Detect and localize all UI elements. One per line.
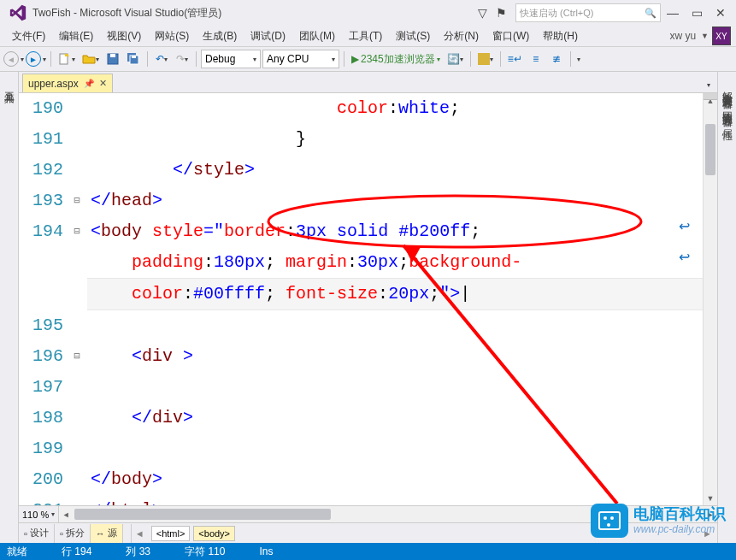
undo-button[interactable]: ↶▾	[152, 50, 171, 68]
menu-tools[interactable]: 工具(T)	[342, 27, 389, 45]
svg-rect-2	[110, 54, 115, 57]
config-value: Debug	[205, 53, 235, 65]
text-newline-button[interactable]: ≡↵	[505, 50, 525, 68]
code-line[interactable]: 199	[19, 433, 703, 464]
code-text[interactable]: }	[87, 124, 703, 155]
vertical-scrollbar[interactable]: ▲ ▼	[703, 93, 717, 505]
scroll-left-icon[interactable]: ◄	[59, 506, 73, 522]
close-button[interactable]: ✕	[709, 3, 733, 22]
tab-upper-aspx[interactable]: upper.aspx 📌 ✕	[22, 74, 113, 92]
code-line[interactable]: 197	[19, 372, 703, 403]
code-text[interactable]	[87, 433, 703, 464]
fold-toggle-icon[interactable]: ⊟	[72, 216, 82, 247]
watermark-url: www.pc-daily.com	[633, 523, 726, 535]
code-line[interactable]: 198 </div>	[19, 403, 703, 433]
browser-link-button[interactable]: 🔄▾	[445, 50, 466, 68]
code-editor[interactable]: 190 color:white;191 }192 </style>193⊟</h…	[19, 92, 717, 505]
menu-file[interactable]: 文件(F)	[5, 27, 52, 45]
nav-forward-dropdown[interactable]: ▾	[43, 56, 46, 63]
feedback-icon[interactable]: ⚑	[496, 6, 507, 20]
split-handle[interactable]	[704, 93, 717, 100]
code-line[interactable]: 195	[19, 310, 703, 341]
menu-help[interactable]: 帮助(H)	[536, 27, 585, 45]
team-explorer-label: 团队资源管理器	[720, 103, 734, 109]
code-text[interactable]: color:white;	[87, 93, 703, 124]
maximize-button[interactable]: ▭	[685, 3, 709, 22]
quick-launch-input[interactable]: 快速启动 (Ctrl+Q) 🔍	[515, 3, 661, 22]
view-split-button[interactable]: ▫ 拆分	[55, 524, 91, 543]
smart-tag-icon[interactable]: ↩	[679, 218, 696, 232]
code-text[interactable]: padding:180px; margin:30px;background-	[87, 247, 703, 278]
tab-close-icon[interactable]: ✕	[99, 78, 107, 89]
view-source-button[interactable]: ↔ 源	[91, 524, 123, 543]
code-line[interactable]: 196⊟ <div >	[19, 341, 703, 372]
new-file-button[interactable]: ▾	[56, 50, 78, 68]
scroll-thumb[interactable]	[705, 124, 715, 175]
menu-analyze[interactable]: 分析(N)	[437, 27, 486, 45]
breadcrumb-left-icon[interactable]: ◄	[132, 528, 148, 539]
fold-toggle-icon[interactable]: ⊟	[72, 341, 82, 372]
view-design-button[interactable]: ▫ 设计	[19, 524, 55, 543]
run-button[interactable]: ▶2345加速浏览器▾	[349, 50, 443, 68]
code-line[interactable]: 193⊟</head>	[19, 186, 703, 216]
zoom-dropdown[interactable]: 110 %▾	[19, 506, 59, 522]
save-all-button[interactable]	[124, 50, 143, 68]
code-line[interactable]: padding:180px; margin:30px;background-	[19, 247, 703, 278]
left-sidebar-toolbox[interactable]: 工具箱	[0, 72, 19, 543]
redo-button[interactable]: ↷▾	[173, 50, 191, 68]
notify-dropdown-icon[interactable]: ▽	[478, 6, 487, 20]
code-text[interactable]: color:#00ffff; font-size:20px;">|	[87, 278, 703, 310]
save-button[interactable]	[103, 50, 122, 68]
search-icon: 🔍	[645, 8, 657, 19]
user-avatar-badge[interactable]: XY	[712, 27, 731, 45]
code-line[interactable]: 192 </style>	[19, 155, 703, 186]
code-line[interactable]: 194⊟<body style="border:3px solid #b200f…	[19, 216, 703, 247]
menu-website[interactable]: 网站(S)	[148, 27, 196, 45]
menu-team[interactable]: 团队(M)	[292, 27, 342, 45]
code-text[interactable]: <body style="border:3px solid #b200ff;	[87, 216, 703, 247]
open-file-button[interactable]: ▾	[79, 50, 102, 68]
code-text[interactable]	[87, 310, 703, 341]
fold-toggle-icon[interactable]: ⊟	[72, 186, 82, 216]
new-item-button[interactable]: ▾	[475, 50, 496, 68]
watermark-title: 电脑百科知识	[633, 506, 726, 523]
menu-debug[interactable]: 调试(D)	[244, 27, 292, 45]
pin-icon[interactable]: 📌	[84, 79, 94, 88]
tab-label: upper.aspx	[28, 78, 79, 90]
menu-build[interactable]: 生成(B)	[196, 27, 244, 45]
code-text[interactable]	[87, 372, 703, 403]
config-dropdown[interactable]: Debug▾	[201, 50, 261, 68]
nav-forward-button[interactable]: ►	[26, 51, 41, 67]
minimize-button[interactable]: —	[661, 3, 685, 22]
comment-button[interactable]: ≡	[527, 50, 545, 68]
nav-back-button[interactable]: ◄	[3, 51, 19, 67]
menu-window[interactable]: 窗口(W)	[486, 27, 536, 45]
code-text[interactable]: </body>	[87, 464, 703, 495]
code-line[interactable]: 200</body>	[19, 464, 703, 495]
hscroll-thumb[interactable]	[74, 509, 331, 520]
code-text[interactable]: </div>	[87, 403, 703, 433]
smart-tag-icon[interactable]: ↩	[679, 249, 696, 262]
uncomment-button[interactable]: ≢	[547, 50, 566, 68]
menu-view[interactable]: 视图(V)	[100, 27, 148, 45]
toolbar-overflow[interactable]: ▾	[577, 56, 580, 63]
code-text[interactable]: </head>	[87, 186, 703, 216]
code-text[interactable]: </style>	[87, 155, 703, 186]
right-sidebar-solution[interactable]: 解决方案资源管理器团队资源管理器属性	[717, 72, 736, 543]
code-text[interactable]: <div >	[87, 341, 703, 372]
breadcrumb-body[interactable]: <body>	[193, 526, 235, 541]
user-dropdown-icon[interactable]: ▼	[701, 32, 712, 40]
menu-test[interactable]: 测试(S)	[389, 27, 437, 45]
platform-dropdown[interactable]: Any CPU▾	[262, 50, 339, 68]
breadcrumb-html[interactable]: <html>	[151, 526, 191, 541]
tab-overflow-dropdown[interactable]: ▾	[700, 78, 717, 92]
code-line[interactable]: 191 }	[19, 124, 703, 155]
view-design-label: 设计	[30, 527, 49, 539]
code-line[interactable]: color:#00ffff; font-size:20px;">|	[19, 278, 703, 310]
code-line[interactable]: 190 color:white;	[19, 93, 703, 124]
menu-edit[interactable]: 编辑(E)	[52, 27, 100, 45]
user-name-label[interactable]: xw yu	[664, 30, 701, 42]
run-label: 2345加速浏览器	[361, 52, 435, 67]
nav-back-dropdown[interactable]: ▾	[21, 56, 24, 63]
window-title: TwoFish - Microsoft Visual Studio(管理员)	[32, 6, 221, 21]
